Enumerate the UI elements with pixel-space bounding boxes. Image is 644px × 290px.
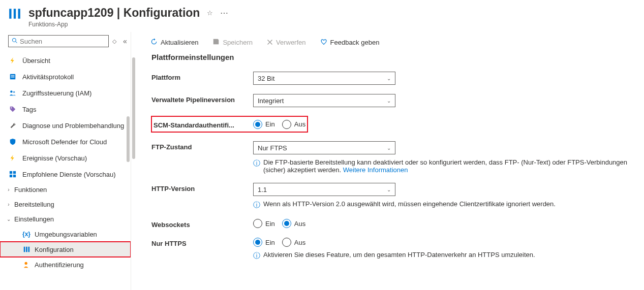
radio-group-scm: Ein Aus [253, 120, 305, 129]
sidebar-item-iam[interactable]: Zugriffssteuerung (IAM) [0, 85, 131, 101]
sidebar-item-tags[interactable]: Tags [0, 101, 131, 117]
select-http[interactable]: 1.1 ⌄ [253, 183, 395, 196]
radio-label: Ein [265, 239, 275, 246]
sidebar-item-label: Authentifizierung [35, 261, 84, 269]
info-link[interactable]: Weitere Informationen [343, 166, 408, 174]
svg-point-10 [11, 107, 12, 108]
favorite-star-icon[interactable]: ☆ [207, 9, 213, 17]
people-icon [8, 88, 17, 98]
sidebar-item-label: Empfohlene Dienste (Vorschau) [22, 171, 116, 178]
select-value: Nur FTPS [258, 144, 287, 152]
page-title: spfuncapp1209 | Konfiguration [28, 6, 200, 20]
select-ftp[interactable]: Nur FTPS ⌄ [253, 141, 395, 154]
svg-rect-16 [26, 247, 27, 252]
sidebar-item-label: Übersicht [22, 57, 50, 65]
svg-rect-2 [18, 9, 20, 19]
toolbar-label: Verwerfen [276, 39, 306, 46]
toolbar-label: Feedback geben [330, 39, 380, 46]
brackets-icon: {x} [22, 230, 30, 238]
nav: Übersicht Aktivitätsprotokoll Zugriffsst… [0, 50, 131, 290]
search-input[interactable] [20, 38, 105, 45]
content: Aktualisieren Speichern Verwerfen Feedba… [131, 32, 644, 290]
svg-rect-6 [11, 75, 15, 76]
content-scrollbar[interactable] [131, 52, 137, 290]
svg-line-4 [16, 41, 17, 43]
chevron-right-icon: › [5, 202, 12, 207]
sidebar-group-settings[interactable]: ⌄ Einstellungen [0, 212, 131, 227]
info-icon: ⓘ [253, 251, 260, 261]
chevron-down-icon: ⌄ [387, 145, 391, 151]
sidebar-group-label: Einstellungen [14, 215, 54, 223]
expand-search-icon[interactable]: ◇ [111, 38, 118, 45]
radio-icon [282, 120, 291, 129]
sidebar-item-diagnose[interactable]: Diagnose und Problembehandlung [0, 117, 131, 134]
wrench-icon [8, 121, 17, 130]
radio-websockets-on[interactable]: Ein [253, 219, 275, 228]
label-platform: Plattform [151, 72, 253, 81]
search-icon [12, 38, 18, 45]
radio-websockets-off[interactable]: Aus [282, 219, 305, 228]
search-box[interactable] [8, 35, 109, 47]
svg-point-3 [13, 38, 16, 42]
sidebar: ◇ « Übersicht Aktivitätsprotokoll Zugrif… [0, 32, 131, 290]
sidebar-item-defender[interactable]: Microsoft Defender for Cloud [0, 134, 131, 150]
radio-scm-off[interactable]: Aus [282, 120, 305, 129]
radio-httpsonly-off[interactable]: Aus [282, 238, 305, 247]
refresh-button[interactable]: Aktualisieren [146, 36, 202, 49]
grid-icon [8, 170, 17, 179]
chevron-down-icon: ⌄ [5, 216, 12, 222]
label-pipeline: Verwaltete Pipelineversion [151, 94, 253, 104]
row-httpsonly: Nur HTTPS Ein Aus [151, 238, 634, 261]
svg-rect-13 [10, 175, 12, 177]
svg-rect-0 [9, 9, 11, 19]
row-ftp: FTP-Zustand Nur FTPS ⌄ ⓘ Die FTP-basiert… [151, 141, 634, 174]
shield-icon [8, 137, 17, 146]
sidebar-item-envvars[interactable]: {x} Umgebungsvariablen [0, 227, 131, 242]
label-httpsonly: Nur HTTPS [151, 238, 253, 247]
svg-point-9 [13, 91, 15, 93]
sidebar-item-auth[interactable]: Authentifizierung [0, 257, 131, 272]
feedback-button[interactable]: Feedback geben [316, 36, 384, 49]
refresh-icon [150, 38, 158, 47]
radio-label: Ein [265, 220, 275, 228]
sidebar-item-label: Aktivitätsprotokoll [22, 73, 74, 81]
tag-icon [8, 105, 17, 114]
radio-scm-on[interactable]: Ein [253, 120, 275, 129]
radio-icon [253, 238, 262, 247]
nav-scrollbar[interactable] [125, 50, 131, 290]
sidebar-item-label: Zugriffssteuerung (IAM) [22, 89, 91, 97]
svg-rect-12 [13, 171, 16, 174]
select-pipeline[interactable]: Integriert ⌄ [253, 94, 395, 107]
sidebar-item-label: Ereignisse (Vorschau) [22, 154, 87, 162]
section-title: Plattformeinstellungen [151, 53, 634, 61]
svg-rect-1 [14, 9, 16, 19]
label-websockets: Websockets [151, 219, 253, 229]
radio-icon [253, 120, 262, 129]
row-pipeline: Verwaltete Pipelineversion Integriert ⌄ [151, 94, 634, 107]
radio-httpsonly-on[interactable]: Ein [253, 238, 275, 247]
sidebar-item-label: Konfiguration [35, 246, 74, 253]
label-http: HTTP-Version [151, 183, 253, 192]
row-websockets: Websockets Ein Aus [151, 219, 634, 229]
select-platform[interactable]: 32 Bit ⌄ [253, 72, 395, 85]
page-subtitle: Funktions-App [28, 21, 229, 28]
radio-icon [282, 219, 291, 228]
radio-icon [253, 219, 262, 228]
radio-group-websockets: Ein Aus [253, 219, 634, 228]
sidebar-item-configuration[interactable]: Konfiguration [0, 242, 131, 257]
radio-label: Aus [294, 239, 305, 246]
sidebar-item-overview[interactable]: Übersicht [0, 52, 131, 69]
heart-icon [320, 38, 327, 47]
label-scm-auth: SCM-Standardauthentifi... [154, 119, 253, 129]
sidebar-item-recommended[interactable]: Empfohlene Dienste (Vorschau) [0, 166, 131, 182]
chevron-down-icon: ⌄ [387, 76, 391, 81]
sidebar-item-activitylog[interactable]: Aktivitätsprotokoll [0, 69, 131, 85]
info-http: ⓘ Wenn als HTTP-Version 2.0 ausgewählt w… [253, 200, 634, 210]
sidebar-group-deployment[interactable]: › Bereitstellung [0, 197, 131, 212]
more-actions-icon[interactable]: ⋯ [220, 8, 229, 18]
collapse-sidebar-icon[interactable]: « [120, 37, 130, 45]
sidebar-group-functions[interactable]: › Funktionen [0, 182, 131, 197]
row-http: HTTP-Version 1.1 ⌄ ⓘ Wenn als HTTP-Versi… [151, 183, 634, 210]
sidebar-item-events[interactable]: Ereignisse (Vorschau) [0, 150, 131, 166]
svg-rect-11 [10, 171, 12, 174]
